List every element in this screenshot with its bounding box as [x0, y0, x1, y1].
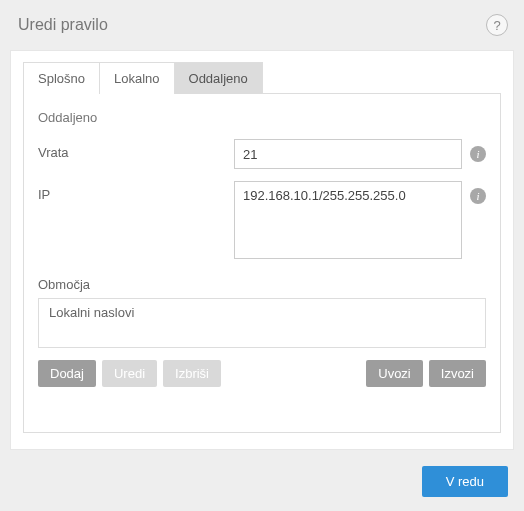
export-button[interactable]: Izvozi — [429, 360, 486, 387]
zone-buttons: Dodaj Uredi Izbriši Uvozi Izvozi — [38, 360, 486, 387]
panel-heading: Oddaljeno — [38, 110, 486, 125]
titlebar: Uredi pravilo ? — [0, 0, 524, 50]
help-icon: ? — [493, 18, 500, 33]
list-item[interactable]: Lokalni naslovi — [49, 305, 475, 320]
dialog-title: Uredi pravilo — [18, 16, 108, 34]
port-controls: i — [234, 139, 486, 169]
zone-buttons-right: Uvozi Izvozi — [366, 360, 486, 387]
edit-rule-dialog: Uredi pravilo ? Splošno Lokalno Oddaljen… — [0, 0, 524, 511]
ip-row: IP i — [38, 181, 486, 259]
info-icon[interactable]: i — [470, 188, 486, 204]
ok-button[interactable]: V redu — [422, 466, 508, 497]
zones-label: Območja — [38, 277, 486, 292]
add-button[interactable]: Dodaj — [38, 360, 96, 387]
tab-general[interactable]: Splošno — [23, 62, 100, 94]
tab-bar: Splošno Lokalno Oddaljeno — [23, 61, 501, 94]
import-button[interactable]: Uvozi — [366, 360, 423, 387]
port-label: Vrata — [38, 139, 234, 160]
zone-buttons-left: Dodaj Uredi Izbriši — [38, 360, 221, 387]
delete-button[interactable]: Izbriši — [163, 360, 221, 387]
edit-button[interactable]: Uredi — [102, 360, 157, 387]
ip-controls: i — [234, 181, 486, 259]
help-button[interactable]: ? — [486, 14, 508, 36]
zones-listbox[interactable]: Lokalni naslovi — [38, 298, 486, 348]
port-input[interactable] — [234, 139, 462, 169]
tab-remote[interactable]: Oddaljeno — [174, 62, 263, 94]
ip-input[interactable] — [234, 181, 462, 259]
remote-panel: Oddaljeno Vrata i IP i Območja Lokalni n… — [23, 94, 501, 433]
ip-label: IP — [38, 181, 234, 202]
port-row: Vrata i — [38, 139, 486, 169]
tab-local[interactable]: Lokalno — [99, 62, 175, 94]
content-area: Splošno Lokalno Oddaljeno Oddaljeno Vrat… — [10, 50, 514, 450]
info-icon[interactable]: i — [470, 146, 486, 162]
dialog-footer: V redu — [0, 450, 524, 511]
